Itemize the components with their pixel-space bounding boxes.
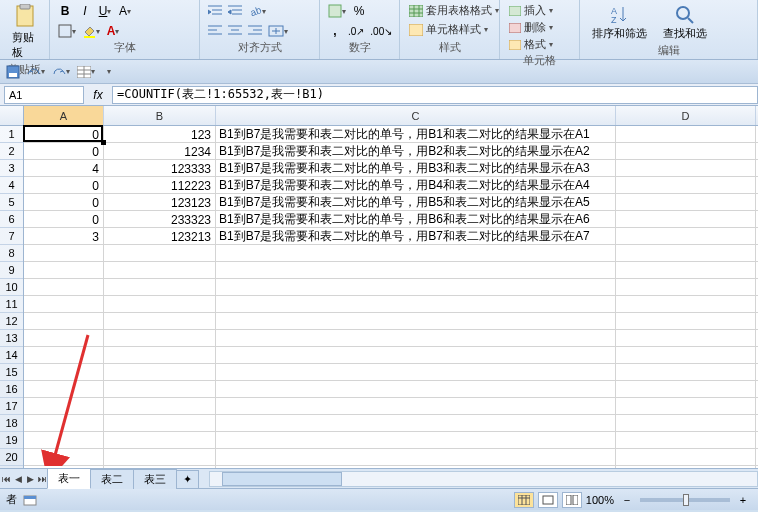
- sheet-tab-1[interactable]: 表一: [47, 468, 91, 489]
- cell[interactable]: B1到B7是我需要和表二对比的单号，用B7和表二对比的结果显示在A7: [216, 228, 614, 245]
- row-header[interactable]: 9: [0, 262, 23, 279]
- qat-more-button[interactable]: ▾: [100, 62, 118, 82]
- row-header[interactable]: 18: [0, 415, 23, 432]
- insert-button[interactable]: 插入▾: [506, 2, 556, 19]
- orientation-button[interactable]: ab▾: [246, 2, 268, 20]
- format-button[interactable]: 格式▾: [506, 36, 556, 53]
- cell[interactable]: 123213: [104, 228, 214, 245]
- bold-button[interactable]: B: [56, 2, 74, 20]
- cell[interactable]: 3: [24, 228, 102, 245]
- cell[interactable]: 0: [24, 177, 102, 194]
- comma-button[interactable]: ,: [326, 22, 344, 40]
- cell[interactable]: 123: [104, 126, 214, 143]
- cell[interactable]: B1到B7是我需要和表二对比的单号，用B1和表二对比的结果显示在A1: [216, 126, 614, 143]
- qat-table-button[interactable]: ▾: [75, 62, 97, 82]
- align-right-button[interactable]: [246, 22, 264, 40]
- row-header[interactable]: 2: [0, 143, 23, 160]
- font-color-button[interactable]: A▾: [104, 22, 122, 40]
- view-layout-button[interactable]: [538, 492, 558, 508]
- cells-area[interactable]: 0123B1到B7是我需要和表二对比的单号，用B1和表二对比的结果显示在A101…: [24, 126, 758, 468]
- align-center-button[interactable]: [226, 22, 244, 40]
- row-header[interactable]: 15: [0, 364, 23, 381]
- qat-undo-button[interactable]: ▾: [25, 62, 47, 82]
- cell[interactable]: 0: [24, 194, 102, 211]
- cell[interactable]: B1到B7是我需要和表二对比的单号，用B6和表二对比的结果显示在A6: [216, 211, 614, 228]
- row-header[interactable]: 19: [0, 432, 23, 449]
- row-header[interactable]: 8: [0, 245, 23, 262]
- cell[interactable]: 0: [24, 211, 102, 228]
- row-header[interactable]: 16: [0, 381, 23, 398]
- zoom-in-button[interactable]: +: [734, 491, 752, 509]
- row-header[interactable]: 3: [0, 160, 23, 177]
- row-header[interactable]: 10: [0, 279, 23, 296]
- qat-redo-button[interactable]: ▾: [50, 62, 72, 82]
- fill-color-button[interactable]: ▾: [80, 22, 102, 40]
- fx-button[interactable]: fx: [88, 86, 108, 104]
- name-box[interactable]: A1: [4, 86, 84, 104]
- cell[interactable]: B1到B7是我需要和表二对比的单号，用B5和表二对比的结果显示在A5: [216, 194, 614, 211]
- align-left-button[interactable]: [206, 22, 224, 40]
- view-pagebreak-button[interactable]: [562, 492, 582, 508]
- col-header-A[interactable]: A: [24, 106, 104, 125]
- cell[interactable]: 0: [24, 126, 102, 143]
- formula-input[interactable]: [112, 86, 758, 104]
- sheet-tab-3[interactable]: 表三: [133, 469, 177, 489]
- tab-nav-prev[interactable]: ◀: [12, 471, 24, 487]
- cell[interactable]: 4: [24, 160, 102, 177]
- paste-button[interactable]: 剪贴板: [6, 2, 43, 62]
- new-sheet-tab[interactable]: ✦: [176, 470, 199, 488]
- increase-decimal-button[interactable]: .0↗: [346, 22, 366, 40]
- row-header[interactable]: 12: [0, 313, 23, 330]
- cell-style-button[interactable]: 单元格样式▾: [406, 21, 491, 38]
- sort-filter-button[interactable]: AZ 排序和筛选: [586, 2, 653, 43]
- row-header[interactable]: 20: [0, 449, 23, 466]
- percent-button[interactable]: %: [350, 2, 368, 20]
- sheet-tab-2[interactable]: 表二: [90, 469, 134, 489]
- zoom-slider[interactable]: [640, 498, 730, 502]
- row-header[interactable]: 4: [0, 177, 23, 194]
- border-button[interactable]: ▾: [56, 22, 78, 40]
- spreadsheet-grid[interactable]: A B C D 1234567891011121314151617181920 …: [0, 106, 758, 468]
- find-select-button[interactable]: 查找和选: [657, 2, 713, 43]
- select-all-corner[interactable]: [0, 106, 24, 125]
- hscroll-thumb[interactable]: [222, 472, 342, 486]
- row-header[interactable]: 1: [0, 126, 23, 143]
- italic-button[interactable]: I: [76, 2, 94, 20]
- cell[interactable]: 123333: [104, 160, 214, 177]
- cell[interactable]: 1234: [104, 143, 214, 160]
- view-normal-button[interactable]: [514, 492, 534, 508]
- zoom-out-button[interactable]: −: [618, 491, 636, 509]
- horizontal-scrollbar[interactable]: [209, 471, 758, 487]
- col-header-B[interactable]: B: [104, 106, 216, 125]
- cell[interactable]: B1到B7是我需要和表二对比的单号，用B3和表二对比的结果显示在A3: [216, 160, 614, 177]
- font-size-button[interactable]: A▾: [116, 2, 134, 20]
- row-header[interactable]: 7: [0, 228, 23, 245]
- indent-decrease-button[interactable]: [206, 2, 224, 20]
- row-header[interactable]: 5: [0, 194, 23, 211]
- qat-save-button[interactable]: [4, 62, 22, 82]
- table-format-button[interactable]: 套用表格格式▾: [406, 2, 502, 19]
- cell[interactable]: 233323: [104, 211, 214, 228]
- cell[interactable]: 0: [24, 143, 102, 160]
- tab-nav-first[interactable]: ⏮: [0, 471, 12, 487]
- sort-icon: AZ: [609, 4, 631, 24]
- col-header-C[interactable]: C: [216, 106, 616, 125]
- underline-button[interactable]: U▾: [96, 2, 114, 20]
- indent-increase-button[interactable]: [226, 2, 244, 20]
- cell[interactable]: B1到B7是我需要和表二对比的单号，用B2和表二对比的结果显示在A2: [216, 143, 614, 160]
- zoom-thumb[interactable]: [683, 494, 689, 506]
- decrease-decimal-button[interactable]: .00↘: [368, 22, 394, 40]
- currency-button[interactable]: ▾: [326, 2, 348, 20]
- col-header-D[interactable]: D: [616, 106, 756, 125]
- row-header[interactable]: 11: [0, 296, 23, 313]
- tab-nav-next[interactable]: ▶: [24, 471, 36, 487]
- delete-button[interactable]: 删除▾: [506, 19, 556, 36]
- cell[interactable]: 112223: [104, 177, 214, 194]
- row-header[interactable]: 17: [0, 398, 23, 415]
- row-header[interactable]: 13: [0, 330, 23, 347]
- cell[interactable]: B1到B7是我需要和表二对比的单号，用B4和表二对比的结果显示在A4: [216, 177, 614, 194]
- row-header[interactable]: 14: [0, 347, 23, 364]
- cell[interactable]: 123123: [104, 194, 214, 211]
- row-header[interactable]: 6: [0, 211, 23, 228]
- merge-button[interactable]: ▾: [266, 22, 290, 40]
